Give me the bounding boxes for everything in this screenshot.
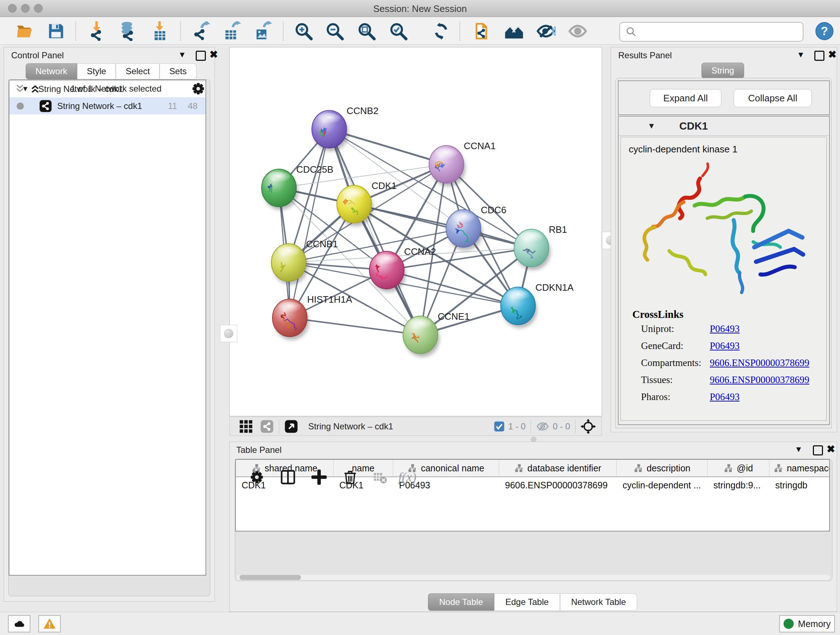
collapse-all-button[interactable]: Collapse All	[734, 89, 812, 107]
hidden-node-edge-counts: 0 - 0	[553, 421, 570, 432]
table-settings-gear-icon[interactable]	[247, 467, 267, 487]
network-graph[interactable]: CCNB2CCNA1CDC25BCDK1CDC6RB1CCNB1CCNA2CDK…	[230, 48, 602, 416]
export-network-icon[interactable]	[191, 21, 210, 41]
export-image-icon[interactable]	[253, 21, 272, 41]
create-column-icon[interactable]	[309, 467, 329, 487]
crosslink-value[interactable]: P06493	[710, 391, 740, 409]
node-CDC25B[interactable]: CDC25B	[262, 164, 333, 210]
panel-float-icon[interactable]	[196, 51, 206, 61]
show-columns-icon[interactable]	[278, 467, 298, 487]
node-label-CDC6: CDC6	[481, 204, 507, 215]
detach-view-icon[interactable]	[284, 420, 298, 433]
node-CCNA2[interactable]: CCNA2	[369, 246, 436, 292]
import-network-from-database-icon[interactable]	[118, 21, 137, 41]
zoom-fit-icon[interactable]	[357, 21, 376, 41]
memory-button[interactable]: Memory	[779, 615, 835, 632]
network-row-selected[interactable]: String Network – cdk1 11 48	[9, 97, 205, 114]
left-splitter-handle[interactable]	[220, 325, 237, 342]
node-HIST1H1A[interactable]: HIST1H1A	[272, 294, 352, 340]
panel-float-icon[interactable]	[813, 445, 823, 455]
warnings-button[interactable]	[38, 615, 61, 632]
hidden-eye-icon	[536, 420, 549, 433]
edge-CCNA2-CDKN1A[interactable]	[387, 270, 518, 306]
cloud-button[interactable]	[8, 615, 30, 632]
import-table-icon[interactable]	[150, 21, 169, 41]
column-header-id[interactable]: @id	[707, 460, 769, 477]
tab-sets[interactable]: Sets	[159, 63, 196, 79]
share-document-icon[interactable]	[472, 21, 492, 41]
node-CCNE1[interactable]: CCNE1	[403, 311, 470, 357]
toolbar-separator	[75, 21, 76, 41]
delete-column-icon[interactable]	[340, 467, 360, 487]
zoom-selected-icon[interactable]	[388, 21, 408, 41]
table-horizontal-scrollbar[interactable]	[237, 575, 830, 580]
open-session-icon[interactable]	[15, 21, 35, 41]
scrollbar-thumb[interactable]	[240, 575, 301, 580]
selected-checkbox-icon[interactable]	[494, 421, 505, 432]
refresh-view-icon[interactable]	[431, 21, 450, 41]
help-icon[interactable]: ?	[815, 21, 834, 41]
node-label-HIST1H1A: HIST1H1A	[307, 294, 352, 305]
search-input[interactable]	[640, 27, 803, 37]
network-list-icon[interactable]	[260, 420, 274, 433]
tab-edge-table[interactable]: Edge Table	[494, 593, 560, 611]
control-panel-tabs: NetworkStyleSelectSets	[26, 63, 196, 79]
collapse-all-chevron-icon[interactable]	[14, 82, 26, 95]
crosslink-label: Uniprot:	[641, 323, 710, 340]
crosslink-value[interactable]: P06493	[710, 323, 740, 340]
cell-description[interactable]: cyclin-dependent ...	[617, 477, 707, 493]
protein-entry-header[interactable]: ▼ CDK1	[619, 117, 829, 136]
panel-float-icon[interactable]	[814, 51, 824, 61]
network-row-label: String Network – cdk1	[57, 101, 168, 111]
hide-selected-icon[interactable]	[536, 21, 556, 41]
crosslink-value[interactable]: P06493	[710, 340, 740, 357]
network-tree: ▼ String Network – cdk1 1 String Network…	[9, 80, 206, 576]
panel-menu-caret-icon[interactable]: ▾	[180, 49, 185, 60]
panel-close-icon[interactable]: ✖	[210, 49, 218, 60]
tab-node-table[interactable]: Node Table	[428, 593, 494, 611]
column-header-namespace[interactable]: namespace	[769, 460, 830, 477]
network-manager: 1 of 1 Network selected ▼ String Network…	[8, 79, 210, 596]
zoom-in-icon[interactable]	[294, 21, 313, 41]
birdseye-crosshair-icon[interactable]	[581, 419, 596, 434]
tab-network-table[interactable]: Network Table	[560, 593, 638, 611]
column-header-description[interactable]: description	[617, 460, 707, 477]
tab-string[interactable]: String	[701, 63, 744, 79]
table-panel-title: Table Panel	[236, 445, 281, 455]
gear-icon[interactable]	[191, 81, 205, 96]
edge-HIST1H1A-CCNE1[interactable]	[290, 318, 420, 335]
entry-collapse-icon[interactable]: ▼	[647, 121, 655, 131]
crosslink-value[interactable]: 9606.ENSP00000378699	[710, 374, 809, 391]
control-panel-title: Control Panel	[11, 50, 64, 60]
edge-CCNB2-HIST1H1A[interactable]	[290, 129, 329, 318]
network-canvas[interactable]: CCNB2CCNA1CDC25BCDK1CDC6RB1CCNB1CCNA2CDK…	[229, 47, 602, 416]
column-header-databaseidentifier[interactable]: database identifier	[499, 460, 617, 477]
export-table-icon[interactable]	[221, 21, 241, 41]
expand-all-button[interactable]: Expand All	[650, 89, 722, 107]
import-network-icon[interactable]	[87, 21, 106, 41]
cell-id[interactable]: stringdb:9...	[707, 477, 769, 493]
show-all-icon[interactable]	[568, 21, 587, 41]
panel-menu-caret-icon[interactable]: ▾	[796, 443, 801, 455]
grid-view-icon[interactable]	[239, 420, 253, 433]
save-session-icon[interactable]	[46, 21, 66, 41]
tab-select[interactable]: Select	[116, 63, 159, 79]
crosslink-value[interactable]: 9606.ENSP00000378699	[710, 357, 809, 374]
cell-databaseidentifier[interactable]: 9606.ENSP00000378699	[499, 477, 617, 493]
panel-close-icon[interactable]: ✖	[827, 443, 835, 455]
zoom-out-icon[interactable]	[325, 21, 344, 41]
delete-table-icon[interactable]	[370, 467, 390, 487]
node-CDKN1A[interactable]: CDKN1A	[501, 282, 574, 328]
cell-namespace[interactable]: stringdb	[769, 477, 830, 493]
expand-all-chevron-icon[interactable]	[29, 82, 41, 95]
search-field[interactable]	[619, 22, 804, 42]
tab-network[interactable]: Network	[26, 63, 77, 79]
node-RB1[interactable]: RB1	[514, 224, 567, 270]
home-icon[interactable]	[504, 21, 524, 41]
panel-menu-caret-icon[interactable]: ▾	[798, 49, 803, 60]
panel-close-icon[interactable]: ✖	[828, 49, 836, 60]
node-CDK1[interactable]: CDK1	[337, 180, 396, 226]
node-CCNB2[interactable]: CCNB2	[312, 105, 378, 151]
table-panel: Table Panel ▾ ✖ f(x) shared	[229, 442, 837, 612]
tab-style[interactable]: Style	[77, 63, 116, 79]
